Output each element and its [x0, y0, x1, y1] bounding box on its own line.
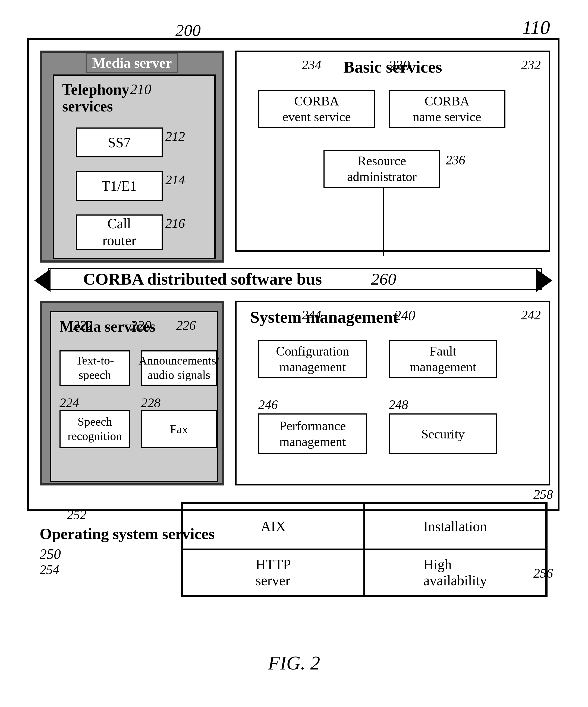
label-226: 226 [176, 318, 196, 333]
call-router-box: Call router [76, 214, 163, 250]
label-260: 260 [371, 269, 396, 289]
label-212: 212 [166, 129, 185, 144]
page: 110 200 Media server Telephony services … [0, 0, 588, 707]
corba-event-service-box: CORBA event service [258, 90, 375, 128]
t1e1-label: T1/E1 [102, 178, 137, 194]
label-222: 222 [73, 318, 93, 333]
performance-management-box: Performance management [258, 413, 367, 454]
label-234: 234 [302, 57, 321, 72]
t1e1-box: T1/E1 [76, 171, 163, 201]
label-246: 246 [258, 397, 278, 412]
label-252: 252 [67, 507, 164, 522]
ss7-box: SS7 [76, 128, 163, 157]
fax-box: Fax [141, 410, 217, 448]
label-230: 230 [389, 57, 410, 73]
os-services-title: Operating system services [40, 524, 164, 543]
main-diagram-box: 200 Media server Telephony services 210 … [27, 38, 559, 511]
tts-label: Text-to- speech [75, 354, 114, 382]
resource-admin-label: Resource administrator [347, 153, 417, 184]
label-258: 258 [534, 487, 553, 502]
connect-line-basic-to-bus [383, 188, 384, 256]
config-mgmt-label: Configuration management [276, 343, 349, 375]
speech-recognition-box: Speech recognition [60, 410, 130, 448]
label-244: 244 [302, 307, 321, 323]
label-214: 214 [166, 172, 185, 187]
ss7-label: SS7 [108, 135, 131, 150]
corba-name-label: CORBA name service [413, 93, 481, 125]
speech-recognition-label: Speech recognition [68, 415, 122, 444]
announcements-label: Announcements/ audio signals [139, 354, 219, 382]
text-to-speech-box: Text-to- speech [60, 350, 130, 386]
os-grid-box: AIX Installation HTTP server High availa… [181, 502, 548, 597]
fault-mgmt-label: Fault management [410, 343, 476, 375]
corba-bus-label: CORBA distributed software bus [83, 269, 322, 289]
fax-label: Fax [170, 423, 188, 436]
http-server-cell: HTTP server [182, 549, 364, 596]
perf-mgmt-label: Performance management [279, 418, 346, 449]
system-management-box: System management 244 240 242 Configurat… [235, 301, 550, 485]
fault-management-box: Fault management [389, 340, 497, 378]
media-services-outer-box: Media services 222 220 226 Text-to- spee… [40, 301, 224, 485]
label-216: 216 [166, 216, 185, 231]
label-242: 242 [521, 307, 541, 323]
security-box: Security [389, 413, 497, 454]
media-server-title: Media server [85, 53, 178, 73]
label-248: 248 [389, 397, 408, 412]
security-label: Security [421, 427, 465, 441]
config-management-box: Configuration management [258, 340, 367, 378]
bus-arrow-right [536, 269, 552, 292]
installation-cell: Installation [364, 503, 546, 549]
announcements-box: Announcements/ audio signals [141, 350, 217, 386]
telephony-title: Telephony services [62, 81, 129, 115]
telephony-services-box: Telephony services 210 SS7 212 T1/E1 214… [53, 74, 216, 259]
system-mgmt-title: System management [250, 307, 398, 327]
label-232: 232 [521, 57, 541, 72]
corba-event-label: CORBA event service [283, 93, 351, 125]
label-228: 228 [141, 395, 160, 410]
corba-name-service-box: CORBA name service [389, 90, 506, 128]
media-services-inner-box: Media services 222 220 226 Text-to- spee… [50, 311, 218, 482]
high-availability-cell: High availability [364, 549, 546, 596]
label-236: 236 [446, 153, 465, 167]
os-services-row: 252 Operating system services 250 254 25… [40, 502, 550, 602]
label-256: 256 [534, 566, 553, 581]
bus-arrow-left [34, 269, 50, 292]
label-200: 200 [176, 21, 201, 40]
aix-cell: AIX [182, 503, 364, 549]
resource-admin-box: Resource administrator [324, 150, 440, 188]
label-220: 220 [130, 318, 151, 334]
label-250: 250 [40, 546, 164, 562]
label-210: 210 [130, 81, 151, 97]
basic-services-box: Basic services 234 230 232 CORBA event s… [235, 50, 550, 252]
os-label-area: 252 Operating system services 250 254 [40, 502, 164, 577]
label-224: 224 [60, 395, 79, 410]
label-254: 254 [40, 562, 164, 577]
call-router-label: Call router [102, 215, 136, 249]
media-server-outer-box: Media server Telephony services 210 SS7 … [40, 50, 224, 263]
label-240: 240 [394, 307, 415, 324]
figure-number: 110 [522, 16, 550, 39]
figure-caption: FIG. 2 [268, 652, 320, 674]
